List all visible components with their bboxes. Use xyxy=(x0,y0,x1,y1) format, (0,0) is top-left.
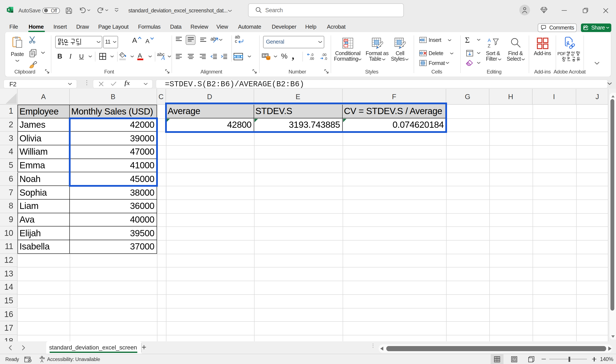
svg-text:PDF: PDF xyxy=(557,51,566,56)
svg-text:.0: .0 xyxy=(324,57,327,60)
svg-text:Z: Z xyxy=(488,43,491,48)
svg-text:?: ? xyxy=(43,357,45,360)
svg-text:.0: .0 xyxy=(311,53,313,56)
svg-text:A: A xyxy=(488,37,491,43)
svg-text:.00: .00 xyxy=(309,57,314,60)
svg-text:X: X xyxy=(8,8,10,12)
svg-text:.00: .00 xyxy=(322,53,326,56)
